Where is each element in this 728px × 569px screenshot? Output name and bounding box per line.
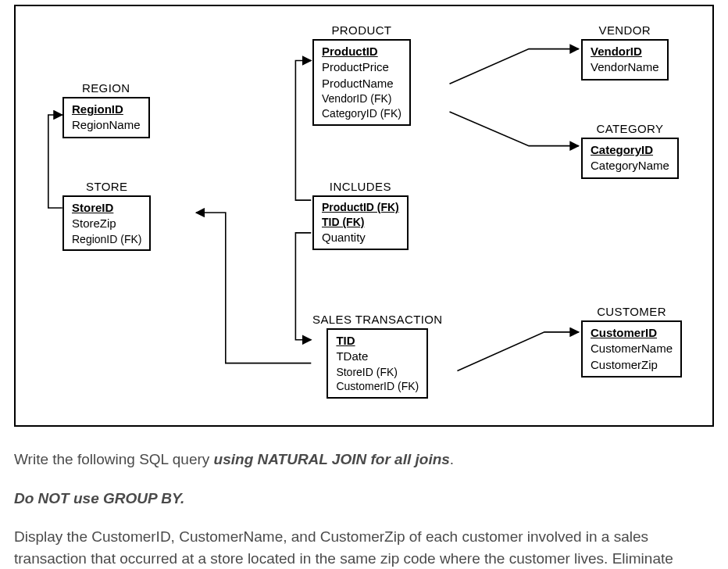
attr-product-id: ProductID [322,44,401,59]
entity-region: REGION RegionID RegionName [62,81,150,138]
attr-includes-productid: ProductID (FK) [322,201,399,213]
question-line-3: Display the CustomerID, CustomerName, an… [14,526,714,569]
entity-store: STORE StoreID StoreZip RegionID (FK) [62,180,151,251]
entity-box: CategoryID CategoryName [581,138,679,179]
question-line-1a: Write the following SQL query [14,451,214,467]
attr-store-zip: StoreZip [72,216,141,231]
entity-box: TID TDate StoreID (FK) CustomerID (FK) [327,328,428,399]
entity-box: RegionID RegionName [62,97,150,138]
attr-region-name: RegionName [72,117,141,133]
attr-product-name: ProductName [322,76,401,91]
attr-includes-tid: TID (FK) [322,216,364,228]
entity-box: ProductID (FK) TID (FK) Quantity [312,195,409,250]
entity-box: StoreID StoreZip RegionID (FK) [62,195,151,251]
attr-vendor-name: VendorName [591,59,659,75]
entity-box: CustomerID CustomerName CustomerZip [581,320,682,378]
attr-sales-tid: TID [336,333,419,349]
entity-title: VENDOR [581,23,669,37]
entity-title: CATEGORY [581,122,679,135]
entity-title: STORE [62,180,151,193]
question-line-2: Do NOT use GROUP BY. [14,488,714,510]
entity-title: INCLUDES [312,180,409,193]
attr-region-id: RegionID [72,102,141,117]
entity-title: REGION [62,81,150,95]
attr-customer-zip: CustomerZip [591,357,673,373]
attr-product-price: ProductPrice [322,59,401,75]
question-line-1c: . [450,451,454,467]
entity-box: VendorID VendorName [581,39,669,81]
attr-customer-name: CustomerName [591,341,673,356]
attr-store-regionid: RegionID (FK) [72,232,141,247]
entity-vendor: VENDOR VendorID VendorName [581,23,669,81]
attr-sales-tdate: TDate [336,349,419,364]
attr-vendor-id: VendorID [591,44,659,59]
entity-includes: INCLUDES ProductID (FK) TID (FK) Quantit… [312,180,409,250]
attr-product-categoryid: CategoryID (FK) [322,106,401,121]
entity-sales-transaction: SALES TRANSACTION TID TDate StoreID (FK)… [312,313,443,399]
attr-sales-storeid: StoreID (FK) [336,365,419,380]
question-natural-join: using NATURAL JOIN for all joins [214,451,450,467]
entity-customer: CUSTOMER CustomerID CustomerName Custome… [581,305,682,378]
question-line-1: Write the following SQL query using NATU… [14,449,714,471]
attr-category-name: CategoryName [591,158,669,174]
entity-box: ProductID ProductPrice ProductName Vendo… [312,39,411,126]
page: REGION RegionID RegionName STORE StoreID… [0,5,728,569]
entity-product: PRODUCT ProductID ProductPrice ProductNa… [312,23,411,126]
attr-product-vendorid: VendorID (FK) [322,91,401,106]
attr-includes-quantity: Quantity [322,230,399,245]
entity-title: PRODUCT [312,23,411,37]
attr-customer-id: CustomerID [591,325,673,341]
entity-category: CATEGORY CategoryID CategoryName [581,122,679,179]
attr-category-id: CategoryID [591,142,669,158]
question-block: Write the following SQL query using NATU… [14,449,714,569]
attr-store-id: StoreID [72,200,141,216]
entity-title: CUSTOMER [581,305,682,318]
attr-sales-customerid: CustomerID (FK) [336,379,419,394]
er-diagram: REGION RegionID RegionName STORE StoreID… [14,5,714,427]
entity-title: SALES TRANSACTION [312,313,443,326]
